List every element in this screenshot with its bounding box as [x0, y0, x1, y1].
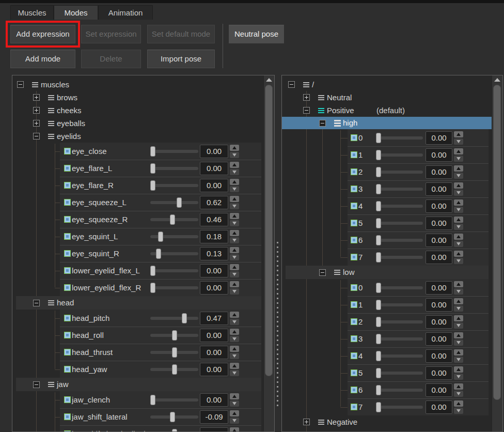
- spin-down-button[interactable]: [230, 400, 239, 407]
- spin-up-button[interactable]: [230, 312, 239, 318]
- channel-checkbox-icon[interactable]: [64, 396, 71, 403]
- channel-slider[interactable]: [150, 197, 198, 208]
- slider-track[interactable]: [376, 171, 423, 174]
- expander-minus-icon[interactable]: [33, 300, 40, 306]
- spin-down-button[interactable]: [454, 340, 463, 346]
- value-field[interactable]: 0.13: [200, 247, 228, 260]
- channel-slider[interactable]: [376, 252, 423, 263]
- spin-up-button[interactable]: [454, 315, 463, 321]
- channel-row-5[interactable]: 50.00: [282, 214, 492, 232]
- channel-checkbox-icon[interactable]: [351, 134, 357, 141]
- spin-down-button[interactable]: [454, 408, 463, 414]
- value-field[interactable]: 0.00: [200, 162, 228, 175]
- spin-up-button[interactable]: [454, 234, 463, 240]
- spin-up-button[interactable]: [230, 427, 239, 432]
- value-field[interactable]: 0.00: [200, 393, 228, 407]
- slider-handle[interactable]: [376, 150, 381, 160]
- channel-slider[interactable]: [150, 180, 198, 191]
- slider-track[interactable]: [376, 320, 423, 323]
- channel-slider[interactable]: [150, 266, 198, 276]
- slider-handle[interactable]: [376, 167, 381, 177]
- channel-slider[interactable]: [150, 364, 198, 375]
- channel-slider[interactable]: [376, 184, 423, 194]
- channel-checkbox-icon[interactable]: [64, 233, 71, 240]
- slider-track[interactable]: [150, 398, 198, 402]
- scrollbar-thumb[interactable]: [493, 85, 501, 400]
- channel-row-jaw-shift-lateral[interactable]: jaw_shift_lateral-0.09: [12, 408, 264, 425]
- spin-up-button[interactable]: [230, 346, 239, 352]
- spin-up-button[interactable]: [454, 332, 463, 338]
- spin-down-button[interactable]: [230, 152, 239, 158]
- channel-checkbox-icon[interactable]: [64, 216, 71, 223]
- scroll-up-arrow-icon[interactable]: [492, 75, 502, 84]
- slider-track[interactable]: [376, 205, 423, 208]
- channel-row-0[interactable]: 00.00: [282, 279, 492, 296]
- slider-track[interactable]: [376, 222, 423, 225]
- spin-up-button[interactable]: [454, 199, 463, 206]
- slider-track[interactable]: [376, 239, 423, 242]
- value-field[interactable]: 0.00: [426, 131, 452, 145]
- channel-slider[interactable]: [150, 146, 198, 157]
- slider-track[interactable]: [376, 136, 423, 140]
- set-default-mode-button[interactable]: Set default mode: [147, 25, 215, 43]
- channel-row-eye-squint-r[interactable]: eye_squint_R0.13: [12, 245, 264, 262]
- slider-handle[interactable]: [376, 201, 381, 211]
- channel-checkbox-icon[interactable]: [351, 203, 357, 209]
- channel-checkbox-icon[interactable]: [351, 284, 357, 291]
- channel-checkbox-icon[interactable]: [351, 369, 357, 376]
- expander-plus-icon[interactable]: [303, 94, 310, 101]
- channel-row-1[interactable]: 10.00: [282, 146, 492, 163]
- slider-handle[interactable]: [376, 283, 381, 293]
- channel-slider[interactable]: [150, 283, 198, 293]
- channel-checkbox-icon[interactable]: [351, 220, 357, 226]
- channel-slider[interactable]: [376, 385, 423, 395]
- channel-checkbox-icon[interactable]: [64, 332, 71, 338]
- channel-row-4[interactable]: 40.00: [282, 197, 492, 214]
- expander-plus-icon[interactable]: [33, 94, 40, 101]
- slider-track[interactable]: [150, 235, 198, 238]
- spin-up-button[interactable]: [230, 145, 239, 151]
- value-field[interactable]: 0.00: [426, 349, 452, 363]
- spin-down-button[interactable]: [454, 224, 463, 230]
- slider-handle[interactable]: [150, 146, 155, 157]
- spin-down-button[interactable]: [230, 319, 239, 325]
- channel-slider[interactable]: [150, 313, 198, 323]
- value-field[interactable]: 0.00: [200, 329, 228, 342]
- channel-slider[interactable]: [150, 249, 198, 259]
- value-field[interactable]: 0.00: [426, 234, 452, 247]
- value-field[interactable]: 0.00: [200, 363, 228, 376]
- spin-up-button[interactable]: [454, 131, 463, 137]
- spin-up-button[interactable]: [454, 366, 463, 373]
- channel-row-2[interactable]: 20.00: [282, 163, 492, 180]
- tree-row-eyeballs[interactable]: eyeballs: [12, 117, 264, 130]
- expander-plus-icon[interactable]: [33, 120, 40, 127]
- channel-checkbox-icon[interactable]: [64, 413, 71, 420]
- slider-handle[interactable]: [376, 235, 381, 245]
- value-field[interactable]: 0.00: [426, 298, 452, 312]
- slider-handle[interactable]: [170, 412, 175, 422]
- channel-slider[interactable]: [150, 347, 198, 358]
- channel-checkbox-icon[interactable]: [64, 182, 71, 189]
- value-field[interactable]: 0.00: [200, 179, 228, 192]
- channel-row-eye-close[interactable]: eye_close0.00: [12, 143, 264, 160]
- channel-checkbox-icon[interactable]: [64, 148, 71, 155]
- tree-row-high[interactable]: high: [282, 117, 492, 129]
- spin-up-button[interactable]: [454, 281, 463, 287]
- tree-row-cheeks[interactable]: cheeks: [12, 104, 264, 117]
- value-field[interactable]: 0.00: [200, 346, 228, 359]
- spin-up-button[interactable]: [230, 363, 239, 369]
- spin-down-button[interactable]: [454, 357, 463, 363]
- value-field[interactable]: 0.00: [426, 400, 452, 414]
- channel-checkbox-icon[interactable]: [351, 168, 357, 175]
- slider-handle[interactable]: [376, 402, 381, 412]
- expander-minus-icon[interactable]: [303, 107, 310, 114]
- channel-checkbox-icon[interactable]: [351, 352, 357, 359]
- channel-checkbox-icon[interactable]: [64, 315, 71, 321]
- channel-checkbox-icon[interactable]: [351, 335, 357, 342]
- channel-checkbox-icon[interactable]: [64, 284, 71, 291]
- slider-handle[interactable]: [150, 395, 155, 405]
- spin-down-button[interactable]: [454, 190, 463, 196]
- spin-up-button[interactable]: [230, 393, 239, 399]
- expander-minus-icon[interactable]: [33, 381, 40, 388]
- tree-row-positive[interactable]: Positive(default): [282, 104, 492, 117]
